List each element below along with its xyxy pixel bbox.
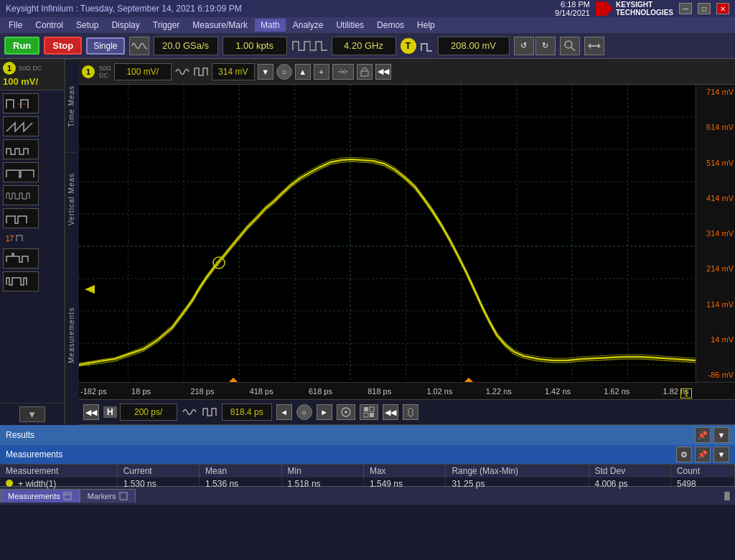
zoom-circle-btn[interactable] — [337, 404, 355, 420]
scope-canvas[interactable]: 1 M -34 1 ≡ — [79, 85, 696, 382]
t-label-9: 1.42 ns — [545, 387, 571, 396]
col-measurement: Measurement — [0, 465, 117, 477]
minimize-button[interactable]: ─ — [679, 3, 692, 14]
results-collapse-btn[interactable]: ▼ — [713, 427, 729, 443]
edge-wave-svg — [5, 95, 37, 111]
tab-measurements[interactable]: Measurements — [0, 489, 80, 503]
menu-file[interactable]: File — [3, 19, 28, 32]
sine-wave-btn[interactable] — [174, 64, 190, 80]
close-button[interactable]: ✕ — [716, 3, 729, 14]
col-min: Min — [281, 465, 363, 477]
svg-line-2 — [571, 47, 575, 51]
col-stddev: Std Dev — [589, 465, 670, 477]
edge-trigger-icon[interactable] — [3, 93, 39, 113]
clock-display: 6:18 PM9/14/2021 — [555, 0, 590, 17]
waveform-icon-btn[interactable] — [129, 37, 149, 55]
col-max: Max — [363, 465, 445, 477]
svg-rect-31 — [370, 407, 374, 411]
menu-trigger[interactable]: Trigger — [147, 19, 186, 32]
t-label-5: 618 ps — [309, 387, 332, 396]
menu-setup[interactable]: Setup — [70, 19, 104, 32]
trigger-level-display[interactable]: 208.00 mV — [438, 37, 510, 55]
zoom-circle-icon — [340, 406, 352, 418]
back-h-btn[interactable]: ◀◀ — [383, 404, 398, 420]
results-pin-btn[interactable]: 📌 — [695, 427, 711, 443]
menu-measure-mark[interactable]: Measure/Mark — [187, 19, 253, 32]
ch1-offset[interactable]: 314 mV — [212, 63, 255, 80]
undo-button[interactable]: ↺ — [514, 37, 534, 55]
trigger-waveform-icon — [291, 37, 327, 55]
meas-dot — [6, 480, 13, 487]
ramp-icon[interactable] — [3, 116, 39, 136]
h-sine-btn[interactable] — [182, 404, 197, 420]
run-button[interactable]: Run — [4, 37, 39, 55]
maximize-button[interactable]: □ — [698, 3, 711, 14]
menu-bar: File Control Setup Display Trigger Measu… — [0, 17, 735, 33]
y-label-5: 314 mV — [706, 229, 734, 238]
offset-down-btn[interactable]: ▼ — [258, 64, 273, 80]
lock-icon — [360, 67, 369, 77]
meas-settings-btn[interactable]: ⚙ — [676, 447, 692, 462]
pos-right-btn[interactable]: ► — [317, 404, 332, 420]
redo-button[interactable]: ↻ — [535, 37, 556, 55]
mem-depth-display[interactable]: 1.00 kpts — [223, 37, 287, 55]
ch17-icon — [15, 233, 37, 244]
ch1-coupling: 50ΩDC — [99, 65, 111, 79]
tab-markers-icon — [119, 492, 128, 500]
glitch-icon[interactable] — [3, 248, 39, 269]
pos-left-btn[interactable]: ◄ — [276, 404, 292, 420]
plus-btn[interactable]: + — [314, 64, 329, 80]
tab-markers[interactable]: Markers — [80, 489, 136, 503]
measure-icon-btn[interactable] — [584, 37, 604, 55]
menu-math[interactable]: Math — [255, 19, 286, 32]
pulse-icon[interactable] — [3, 139, 39, 159]
meas-collapse-btn[interactable]: ▼ — [713, 447, 729, 462]
menu-help[interactable]: Help — [411, 19, 441, 32]
lock-btn[interactable] — [357, 64, 373, 80]
menu-analyze[interactable]: Analyze — [287, 19, 329, 32]
stop-button[interactable]: Stop — [44, 37, 82, 55]
ch1-scale[interactable]: 100 mV/ — [114, 63, 172, 80]
menu-display[interactable]: Display — [106, 19, 145, 32]
pos-center-btn[interactable]: ○ — [296, 404, 312, 420]
offset-up-btn[interactable]: ▲ — [295, 64, 311, 80]
main-scope-area: 1 50Ω DC 100 mV/ — [0, 59, 735, 425]
pulse-svg — [5, 141, 37, 157]
zoom-icon — [563, 39, 576, 52]
channel-17-label: 17 — [3, 231, 61, 246]
menu-utilities[interactable]: Utilities — [330, 19, 370, 32]
h-square-btn[interactable] — [202, 404, 217, 420]
narrow-pulse-icon[interactable] — [3, 185, 39, 205]
ground-marker: ≡ — [86, 360, 90, 368]
complex-pulse-icon[interactable] — [3, 208, 39, 228]
meas-pin-btn[interactable]: 📌 — [695, 447, 711, 462]
grid-btn[interactable] — [360, 404, 378, 420]
t-label-1: -182 ps — [80, 387, 107, 396]
t-label-8: 1.22 ns — [486, 387, 512, 396]
collapse-left-btn[interactable]: ◀◀ — [83, 404, 99, 420]
center-btn[interactable]: ○ — [276, 64, 292, 80]
back-btn[interactable]: ◀◀ — [375, 64, 391, 80]
menu-control[interactable]: Control — [29, 19, 69, 32]
square-wave-btn[interactable] — [193, 64, 209, 80]
title-bar: Keysight Infiniium : Tuesday, September … — [0, 0, 735, 17]
timebase-position[interactable]: 818.4 ps — [222, 403, 272, 421]
serial-icon[interactable] — [3, 271, 39, 291]
results-panel: Results 📌 ▼ Measurements ⚙ 📌 ▼ Measureme… — [0, 425, 735, 486]
y-label-9: -86 mV — [708, 370, 734, 379]
menu-demos[interactable]: Demos — [371, 19, 410, 32]
resize-handle[interactable]: ▐▌ — [719, 492, 735, 500]
channel-scale[interactable]: 100 mV/ — [3, 76, 61, 87]
t-label-4: 418 ps — [250, 387, 273, 396]
ch-controls-row: 1 50ΩDC 100 mV/ 314 mV ▼ ○ ▲ + — [79, 59, 735, 85]
frequency-display[interactable]: 4.20 GHz — [332, 37, 396, 55]
pin-btn[interactable] — [403, 404, 418, 420]
single-button[interactable]: Single — [86, 37, 124, 55]
wide-pulse-icon[interactable] — [3, 162, 39, 182]
scroll-down-button[interactable]: ▼ — [19, 406, 45, 422]
sample-rate-display[interactable]: 20.0 GSa/s — [154, 37, 218, 55]
zoom-button[interactable] — [560, 37, 580, 55]
zoom-ch-btn[interactable] — [332, 64, 354, 80]
toolbar: Run Stop Single 20.0 GSa/s 1.00 kpts 4.2… — [0, 33, 735, 59]
timebase-scale[interactable]: 200 ps/ — [120, 403, 177, 421]
